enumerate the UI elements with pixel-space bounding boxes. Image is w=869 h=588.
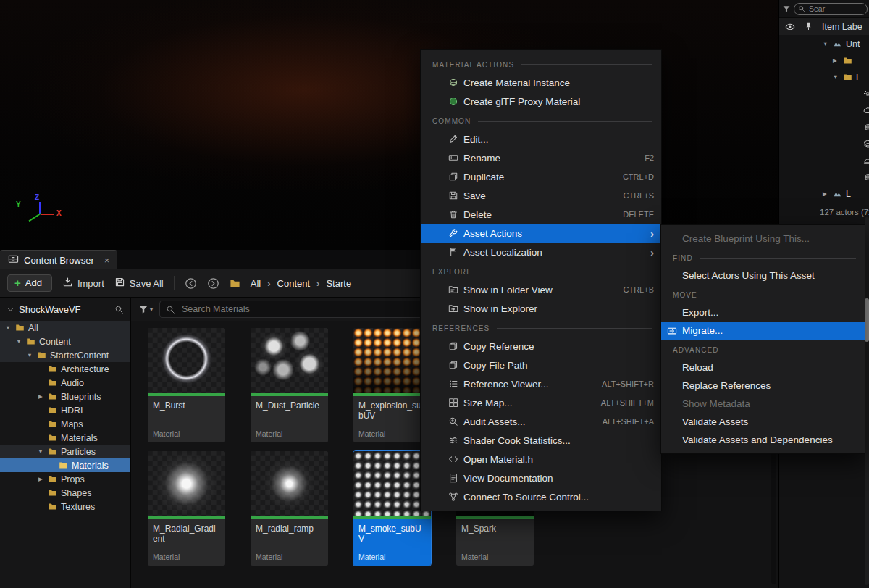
menu-item-duplicate[interactable]: DuplicateCTRL+D xyxy=(421,167,661,186)
menu-item-reload[interactable]: Reload xyxy=(661,358,865,377)
outliner-row[interactable] xyxy=(779,85,869,102)
tree-item-props[interactable]: ▶Props xyxy=(0,472,130,486)
filter-button[interactable]: ▾ xyxy=(138,304,153,314)
expander-icon[interactable]: ▶ xyxy=(37,476,44,482)
menu-item-connect-to-source-control[interactable]: Connect To Source Control... xyxy=(421,487,661,506)
outliner-row[interactable] xyxy=(779,119,869,135)
menu-item-asset-localization[interactable]: Asset Localization› xyxy=(421,243,661,261)
menu-item-migrate[interactable]: Migrate... xyxy=(661,322,865,340)
outliner-search-input[interactable] xyxy=(807,4,863,14)
outliner-filter-icon[interactable] xyxy=(782,4,791,13)
outliner-row[interactable] xyxy=(779,102,869,119)
breadcrumb-item-starte[interactable]: Starte xyxy=(326,278,351,289)
asset-m-radial-ramp[interactable]: M_radial_rampMaterial xyxy=(251,451,328,566)
menu-item-copy-file-path[interactable]: Copy File Path xyxy=(421,356,661,374)
tree-item-label: HDRI xyxy=(61,406,83,416)
tree-item-all[interactable]: ▼All xyxy=(0,321,130,335)
tree-item-architecture[interactable]: Architecture xyxy=(0,362,130,376)
tree-item-textures[interactable]: Textures xyxy=(0,500,130,513)
menu-item-show-in-explorer[interactable]: Show in Explorer xyxy=(421,299,661,318)
asset-m-smoke-subuv[interactable]: M_smoke_subUVMaterial xyxy=(353,451,431,566)
sources-panel: ShockWaveVF ▼All▼Content▼StarterContentA… xyxy=(0,298,131,588)
menu-item-show-in-folder-view[interactable]: Show in Folder ViewCTRL+B xyxy=(421,280,661,299)
expander-icon[interactable]: ▼ xyxy=(833,74,839,80)
menu-item-create-material-instance[interactable]: Create Material Instance xyxy=(421,73,661,92)
menu-item-audit-assets[interactable]: Audit Assets...ALT+SHIFT+A xyxy=(421,412,661,431)
pin-icon[interactable] xyxy=(804,22,813,31)
asset-m-dust-particle[interactable]: M_Dust_ParticleMaterial xyxy=(251,328,328,442)
menu-item-copy-reference[interactable]: Copy Reference xyxy=(421,337,661,356)
expander-icon[interactable]: ▶ xyxy=(823,190,829,197)
add-button[interactable]: + Add xyxy=(7,274,52,292)
tree-item-particles[interactable]: ▼Particles xyxy=(0,445,130,458)
outliner-row-l[interactable]: ▼L xyxy=(779,69,869,85)
back-button[interactable] xyxy=(185,277,197,290)
expander-icon[interactable]: ▼ xyxy=(823,41,829,47)
search-icon xyxy=(166,305,175,314)
menu-item-reference-viewer[interactable]: Reference Viewer...ALT+SHIFT+R xyxy=(421,374,661,393)
outliner-row[interactable] xyxy=(779,169,869,185)
menu-item-view-documentation[interactable]: View Documentation xyxy=(421,469,661,487)
expander-icon[interactable]: ▼ xyxy=(15,338,22,345)
search-icon[interactable] xyxy=(114,305,124,314)
add-label: Add xyxy=(25,277,42,288)
breadcrumb-item-all[interactable]: All xyxy=(251,278,261,289)
menu-item-export[interactable]: Export... xyxy=(661,303,865,322)
tree-item-materials[interactable]: Materials xyxy=(0,431,130,445)
outliner-row-label: L xyxy=(846,189,851,199)
sources-header[interactable]: ShockWaveVF xyxy=(0,298,130,321)
menu-item-rename[interactable]: RenameF2 xyxy=(421,148,661,167)
tree-item-blueprints[interactable]: ▶Blueprints xyxy=(0,390,130,403)
eye-icon[interactable] xyxy=(785,22,795,32)
tree-item-hdri[interactable]: HDRI xyxy=(0,403,130,417)
asset-m-explosion-subuv[interactable]: M_explosion_subUVMaterial xyxy=(353,328,431,442)
expander-icon[interactable]: ▼ xyxy=(26,352,33,358)
tree-item-startercontent[interactable]: ▼StarterContent xyxy=(0,348,130,362)
mountain-icon xyxy=(833,39,842,49)
menu-item-replace-references[interactable]: Replace References xyxy=(661,377,865,395)
audit-icon xyxy=(447,416,459,427)
menu-item-open-material-h[interactable]: Open Material.h xyxy=(421,450,661,469)
tab-content-browser[interactable]: Content Browser × xyxy=(0,250,117,269)
menu-item-validate-assets-and-dependencies[interactable]: Validate Assets and Dependencies xyxy=(661,431,865,449)
tree-item-content[interactable]: ▼Content xyxy=(0,335,130,348)
menu-item-asset-actions[interactable]: Asset Actions› xyxy=(421,224,661,243)
outliner-row[interactable] xyxy=(779,135,869,152)
expander-icon[interactable]: ▶ xyxy=(833,57,839,64)
expander-icon[interactable]: ▶ xyxy=(37,393,44,400)
outliner-column-header[interactable]: Item Labe xyxy=(779,17,869,35)
outliner-row-l[interactable]: ▶L xyxy=(779,185,869,202)
import-button[interactable]: Import xyxy=(62,277,104,290)
tree-item-shapes[interactable]: Shapes xyxy=(0,486,130,500)
menu-item-create-gltf-proxy-material[interactable]: Create glTF Proxy Material xyxy=(421,92,661,111)
forward-button[interactable] xyxy=(207,277,219,290)
menu-item-delete[interactable]: DeleteDELETE xyxy=(421,205,661,224)
tree-item-materials[interactable]: Materials xyxy=(0,458,130,472)
asset-label-area: M_Dust_ParticleMaterial xyxy=(251,396,328,442)
menu-item-validate-assets[interactable]: Validate Assets xyxy=(661,413,865,431)
tree-item-maps[interactable]: Maps xyxy=(0,417,130,431)
plus-icon: + xyxy=(14,277,21,288)
asset-name: M_Radial_Gradient xyxy=(153,524,220,544)
expander-icon[interactable]: ▼ xyxy=(4,324,12,331)
asset-m-radial-gradient[interactable]: M_Radial_GradientMaterial xyxy=(148,451,225,566)
menu-section-move: MOVE xyxy=(661,285,865,303)
outliner-row[interactable] xyxy=(779,152,869,169)
outliner-row[interactable]: ▶ xyxy=(779,52,869,69)
folder-icon xyxy=(48,488,57,497)
menu-item-select-actors-using-this-asset[interactable]: Select Actors Using This Asset xyxy=(661,266,865,285)
outliner-row-unt[interactable]: ▼Unt xyxy=(779,35,869,52)
wrench-icon xyxy=(447,228,459,238)
asset-m-burst[interactable]: M_BurstMaterial xyxy=(148,328,225,442)
tree-item-label: All xyxy=(28,323,38,333)
tree-item-audio[interactable]: Audio xyxy=(0,376,130,390)
expander-icon[interactable]: ▼ xyxy=(37,448,44,455)
menu-item-size-map[interactable]: Size Map...ALT+SHIFT+M xyxy=(421,393,661,412)
menu-item-shader-cook-statistics[interactable]: Shader Cook Statistics... xyxy=(421,431,661,450)
menu-item-save[interactable]: SaveCTRL+S xyxy=(421,186,661,205)
menu-item-edit[interactable]: Edit... xyxy=(421,130,661,148)
breadcrumb-item-content[interactable]: Content xyxy=(277,278,311,289)
tab-close-icon[interactable]: × xyxy=(104,255,110,266)
save-all-button[interactable]: Save All xyxy=(114,277,164,290)
tree-item-label: Maps xyxy=(61,419,83,429)
